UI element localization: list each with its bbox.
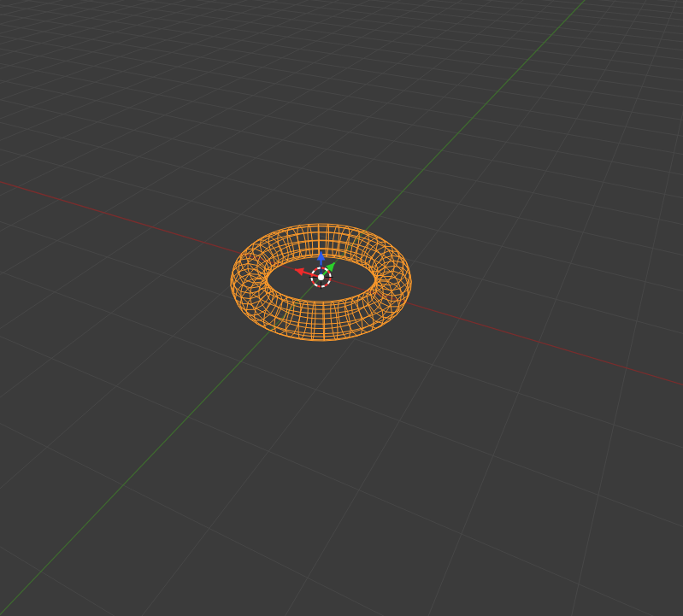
viewport-3d[interactable] bbox=[0, 0, 683, 616]
